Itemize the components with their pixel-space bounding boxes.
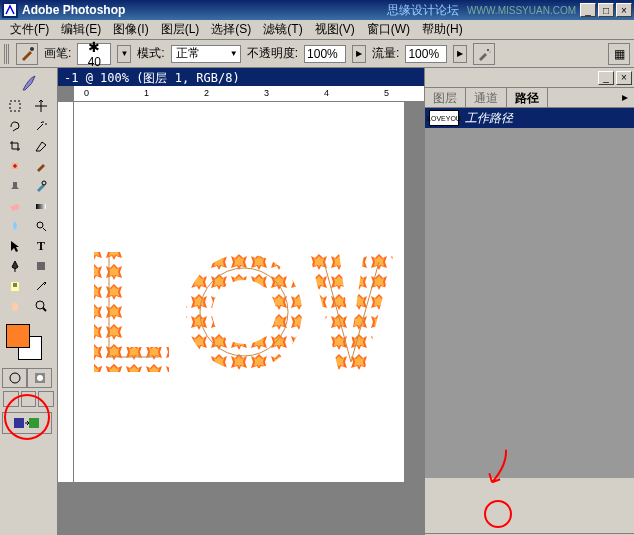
- pen-tool[interactable]: [2, 256, 27, 276]
- shape-tool[interactable]: [29, 256, 54, 276]
- svg-point-1: [30, 47, 34, 51]
- path-select-tool[interactable]: [2, 236, 27, 256]
- brush-tool[interactable]: [29, 156, 54, 176]
- close-button[interactable]: ×: [616, 3, 632, 17]
- brush-size-value: 40: [88, 55, 101, 69]
- gradient-tool[interactable]: [29, 196, 54, 216]
- document-title: -1 @ 100% (图层 1, RGB/8): [58, 68, 424, 86]
- title-bar: Adobe Photoshop 思缘设计论坛 WWW.MISSYUAN.COM …: [0, 0, 634, 20]
- document-area: -1 @ 100% (图层 1, RGB/8) 0 1 2 3 4 5: [58, 68, 424, 535]
- svg-point-6: [42, 181, 46, 185]
- slice-tool[interactable]: [29, 136, 54, 156]
- menu-window[interactable]: 窗口(W): [361, 19, 416, 40]
- jump-to-imageready[interactable]: [2, 412, 52, 434]
- svg-point-15: [37, 375, 43, 381]
- tab-channels[interactable]: 通道: [466, 88, 507, 107]
- stamp-tool[interactable]: [2, 176, 27, 196]
- wand-tool[interactable]: [29, 116, 54, 136]
- minimize-button[interactable]: _: [580, 3, 596, 17]
- marquee-tool[interactable]: [2, 96, 27, 116]
- type-tool[interactable]: T: [29, 236, 54, 256]
- canvas[interactable]: [74, 102, 404, 482]
- path-item[interactable]: LOVEYOU 工作路径: [425, 108, 634, 128]
- app-icon: [2, 2, 18, 18]
- svg-rect-17: [29, 418, 39, 428]
- crop-tool[interactable]: [2, 136, 27, 156]
- panel-menu-button[interactable]: ▸: [616, 88, 634, 107]
- blend-mode-dropdown[interactable]: 正常: [171, 45, 241, 63]
- blur-tool[interactable]: [2, 216, 27, 236]
- toolbox: T: [0, 68, 58, 535]
- maximize-button[interactable]: □: [598, 3, 614, 17]
- quickmask-mode-button[interactable]: [27, 368, 52, 388]
- svg-rect-16: [14, 418, 24, 428]
- flow-label: 流量:: [372, 45, 399, 62]
- panels-dock: _ × 图层 通道 路径 ▸ LOVEYOU 工作路径 ● ○ ◌ ◊ ▫ 🗑: [424, 68, 634, 535]
- lasso-tool[interactable]: [2, 116, 27, 136]
- move-tool[interactable]: [29, 96, 54, 116]
- feather-icon: [2, 72, 55, 96]
- eraser-tool[interactable]: [2, 196, 27, 216]
- opacity-field[interactable]: 100%: [304, 45, 346, 63]
- canvas-artwork: [84, 242, 394, 382]
- menu-file[interactable]: 文件(F): [4, 19, 55, 40]
- horizontal-ruler[interactable]: 0 1 2 3 4 5: [74, 86, 424, 102]
- heal-tool[interactable]: [2, 156, 27, 176]
- screen-mode-full-menu[interactable]: [21, 391, 37, 407]
- menu-image[interactable]: 图像(I): [107, 19, 154, 40]
- airbrush-icon[interactable]: [473, 43, 495, 65]
- vertical-ruler[interactable]: [58, 102, 74, 482]
- options-bar: 画笔: ✱ 40 ▼ 模式: 正常 不透明度: 100% ▶ 流量: 100% …: [0, 40, 634, 68]
- brush-preset-picker[interactable]: ✱ 40: [77, 43, 111, 65]
- tab-layers[interactable]: 图层: [425, 88, 466, 107]
- color-swatches: [2, 324, 55, 364]
- screen-mode-standard[interactable]: [3, 391, 19, 407]
- paths-list[interactable]: LOVEYOU 工作路径: [425, 108, 634, 478]
- menu-help[interactable]: 帮助(H): [416, 19, 469, 40]
- palette-well-icon[interactable]: ▦: [608, 43, 630, 65]
- tab-paths[interactable]: 路径: [507, 88, 548, 107]
- svg-rect-4: [10, 101, 20, 111]
- history-brush-tool[interactable]: [29, 176, 54, 196]
- panel-close-button[interactable]: ×: [616, 71, 632, 85]
- menu-view[interactable]: 视图(V): [309, 19, 361, 40]
- menu-filter[interactable]: 滤镜(T): [257, 19, 308, 40]
- svg-point-2: [487, 49, 489, 51]
- svg-rect-10: [37, 262, 45, 270]
- forum-name: 思缘设计论坛: [387, 2, 459, 19]
- svg-point-21: [212, 280, 276, 344]
- brush-tool-icon[interactable]: [16, 43, 38, 65]
- dodge-tool[interactable]: [29, 216, 54, 236]
- svg-point-13: [10, 373, 20, 383]
- flow-slider-button[interactable]: ▶: [453, 45, 467, 63]
- svg-point-9: [37, 222, 43, 228]
- grip-icon[interactable]: [4, 44, 10, 64]
- menu-bar: 文件(F) 编辑(E) 图像(I) 图层(L) 选择(S) 滤镜(T) 视图(V…: [0, 20, 634, 40]
- flow-field[interactable]: 100%: [405, 45, 447, 63]
- opacity-label: 不透明度:: [247, 45, 298, 62]
- menu-select[interactable]: 选择(S): [205, 19, 257, 40]
- opacity-slider-button[interactable]: ▶: [352, 45, 366, 63]
- foreground-color-swatch[interactable]: [6, 324, 30, 348]
- blend-mode-value: 正常: [176, 45, 200, 62]
- path-name: 工作路径: [465, 110, 513, 127]
- menu-edit[interactable]: 编辑(E): [55, 19, 107, 40]
- svg-point-3: [490, 51, 491, 52]
- zoom-tool[interactable]: [29, 296, 54, 316]
- eyedropper-tool[interactable]: [29, 276, 54, 296]
- svg-rect-7: [10, 204, 19, 211]
- screen-mode-full[interactable]: [38, 391, 54, 407]
- hand-tool[interactable]: [2, 296, 27, 316]
- mode-label: 模式:: [137, 45, 164, 62]
- brush-dropdown-button[interactable]: ▼: [117, 45, 131, 63]
- notes-tool[interactable]: [2, 276, 27, 296]
- panel-minimize-button[interactable]: _: [598, 71, 614, 85]
- svg-rect-8: [36, 204, 46, 209]
- menu-layer[interactable]: 图层(L): [155, 19, 206, 40]
- watermark: WWW.MISSYUAN.COM: [467, 5, 576, 16]
- panel-tabs: 图层 通道 路径 ▸: [425, 88, 634, 108]
- panel-header: _ ×: [425, 68, 634, 88]
- app-title: Adobe Photoshop: [22, 3, 387, 17]
- standard-mode-button[interactable]: [2, 368, 27, 388]
- svg-point-12: [36, 301, 44, 309]
